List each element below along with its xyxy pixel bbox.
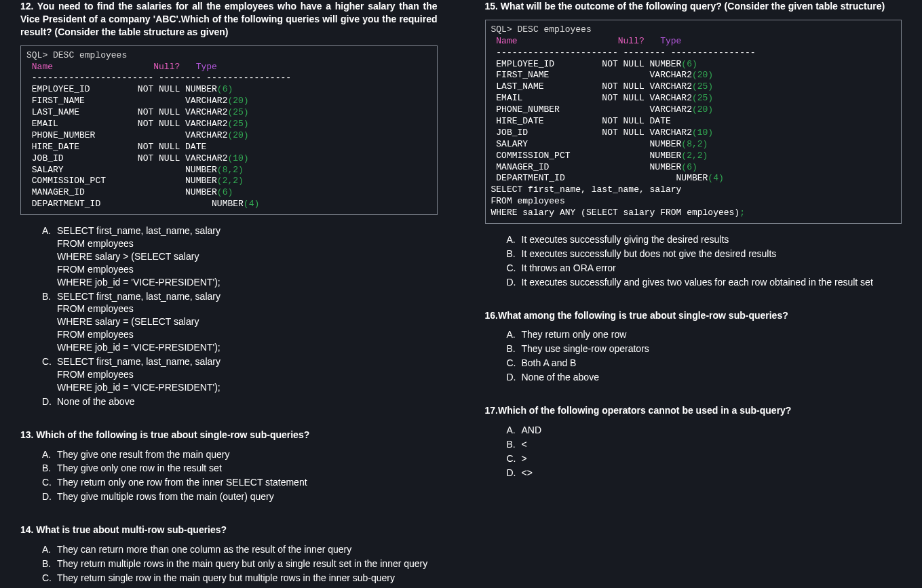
question-16-text: 16.What among the following is true abou… [485, 309, 902, 322]
code-dash: ----------------------- -------- -------… [26, 73, 291, 83]
answer-text: None of the above [522, 372, 599, 383]
question-13-answers: They give one result from the main query… [20, 448, 438, 504]
code-num: (20) [227, 130, 248, 140]
code-row: FIRST_NAME VARCHAR2 [491, 70, 692, 80]
question-13: 13. Which of the following is true about… [7, 429, 451, 503]
code-row: PHONE_NUMBER VARCHAR2 [26, 130, 227, 140]
code-num: (25) [692, 93, 713, 103]
answer-text: SELECT first_name, last_name, salary FRO… [57, 225, 220, 288]
code-num: (4) [244, 199, 259, 209]
code-row: COMMISSION_PCT NUMBER [26, 176, 217, 186]
code-num: (6) [217, 187, 233, 197]
code-header-type: Type [660, 36, 681, 46]
answer-14-b: They return multiple rows in the main qu… [42, 557, 438, 570]
code-num: (6) [681, 162, 697, 172]
answer-15-c: It throws an ORA error [507, 262, 902, 275]
code-row: HIRE_DATE NOT NULL DATE [491, 116, 671, 126]
question-15: 15. What will be the outcome of the foll… [472, 0, 916, 289]
code-row: MANAGER_ID NUMBER [491, 162, 682, 172]
question-14-text: 14. What is true about multi-row sub-que… [20, 524, 438, 536]
code-header-name: Name [491, 36, 518, 46]
question-17-text: 17.Which of the following operators cann… [485, 404, 902, 417]
question-15-answers: It executes successfully giving the desi… [485, 233, 902, 289]
code-row: EMPLOYEE_ID NOT NULL NUMBER [26, 84, 217, 94]
question-13-text: 13. Which of the following is true about… [20, 429, 438, 442]
answer-13-d: They give multiple rows from the main (o… [42, 490, 438, 503]
code-num: (4) [708, 173, 723, 183]
answer-15-d: It executes successfully and gives two v… [507, 276, 902, 289]
answer-text: They give multiple rows from the main (o… [57, 491, 274, 502]
answer-text: It throws an ORA error [522, 262, 616, 273]
code-row: JOB_ID NOT NULL VARCHAR2 [26, 153, 227, 163]
code-num: (10) [227, 153, 248, 163]
code-dash: ----------------------- -------- -------… [491, 47, 756, 58]
answer-15-a: It executes successfully giving the desi… [507, 233, 902, 246]
question-14: 14. What is true about multi-row sub-que… [7, 524, 451, 588]
answer-text: It executes successfully giving the desi… [522, 234, 729, 245]
answer-16-c: Both A and B [507, 357, 902, 370]
answer-text: They return only one row [522, 329, 627, 340]
answer-12-b: SELECT first_name, last_name, salary FRO… [42, 290, 438, 354]
code-row: MANAGER_ID NUMBER [26, 187, 217, 197]
code-row: DEPARTMENT_ID NUMBER [491, 173, 708, 183]
answer-17-c: > [507, 452, 902, 465]
code-num: (20) [227, 96, 248, 106]
code-row: LAST_NAME NOT NULL VARCHAR2 [26, 107, 227, 117]
question-15-codebox: SQL> DESC employees Name Null? Type ----… [485, 20, 902, 224]
answer-15-b: It executes successfully but does not gi… [507, 248, 902, 260]
code-row: SALARY NUMBER [26, 165, 217, 175]
answer-12-a: SELECT first_name, last_name, salary FRO… [42, 224, 438, 288]
answer-12-c: SELECT first_name, last_name, salary FRO… [42, 355, 438, 394]
answer-text: SELECT first_name, last_name, salary FRO… [57, 356, 220, 393]
code-row: DEPARTMENT_ID NUMBER [26, 199, 244, 209]
answer-text: SELECT first_name, last_name, salary FRO… [57, 291, 220, 353]
code-line: SQL> DESC employees [491, 24, 592, 35]
code-header-name: Name [26, 62, 53, 72]
code-line: SQL> DESC employees [26, 50, 127, 60]
left-column: 12. You need to find the salaries for al… [7, 0, 451, 588]
answer-16-a: They return only one row [507, 328, 902, 341]
code-row: LAST_NAME NOT NULL VARCHAR2 [491, 81, 692, 92]
answer-text: They return single row in the main query… [57, 572, 395, 583]
question-15-text: 15. What will be the outcome of the foll… [485, 0, 902, 13]
question-16: 16.What among the following is true abou… [472, 309, 916, 384]
question-12: 12. You need to find the salaries for al… [7, 0, 451, 408]
code-semi: ; [739, 208, 745, 218]
code-row: EMAIL NOT NULL VARCHAR2 [26, 119, 227, 129]
code-tail: WHERE salary ANY (SELECT salary FROM emp… [491, 208, 740, 218]
code-num: (25) [692, 81, 713, 92]
answer-13-c: They return only one row from the inner … [42, 476, 438, 489]
right-column: 15. What will be the outcome of the foll… [472, 0, 916, 588]
answer-13-b: They give only one row in the result set [42, 462, 438, 475]
code-row: SALARY NUMBER [491, 139, 682, 149]
answer-text: They use single-row operators [522, 343, 649, 354]
code-num: (6) [217, 84, 233, 94]
code-num: (2,2) [217, 176, 244, 186]
answer-text: They return only one row from the inner … [57, 477, 307, 488]
code-row: JOB_ID NOT NULL VARCHAR2 [491, 128, 692, 138]
answer-17-d: <> [507, 467, 902, 479]
answer-text: <> [522, 467, 533, 478]
code-num: (25) [227, 119, 248, 129]
answer-text: AND [522, 425, 542, 435]
question-12-codebox: SQL> DESC employees Name Null? Type ----… [20, 45, 438, 215]
code-header-null: Null? [618, 36, 645, 46]
question-17-answers: AND < > <> [485, 424, 902, 479]
answer-text: Both A and B [522, 357, 577, 368]
answer-text: < [522, 439, 527, 450]
answer-text: > [522, 453, 527, 464]
answer-14-c: They return single row in the main query… [42, 572, 438, 585]
answer-text: It executes successfully and gives two v… [522, 277, 873, 288]
answer-16-d: None of the above [507, 371, 902, 384]
code-tail: SELECT first_name, last_name, salary [491, 184, 682, 195]
code-num: (8,2) [681, 139, 708, 149]
code-row: PHONE_NUMBER VARCHAR2 [491, 104, 692, 115]
code-row: EMAIL NOT NULL VARCHAR2 [491, 93, 692, 103]
question-17: 17.Which of the following operators cann… [472, 404, 916, 479]
answer-17-a: AND [507, 424, 902, 437]
question-12-answers: SELECT first_name, last_name, salary FRO… [20, 224, 438, 408]
code-num: (6) [681, 59, 697, 69]
code-header-type: Type [196, 62, 217, 72]
answer-14-d: They return more than one row from the i… [42, 586, 438, 588]
code-num: (20) [692, 70, 713, 80]
